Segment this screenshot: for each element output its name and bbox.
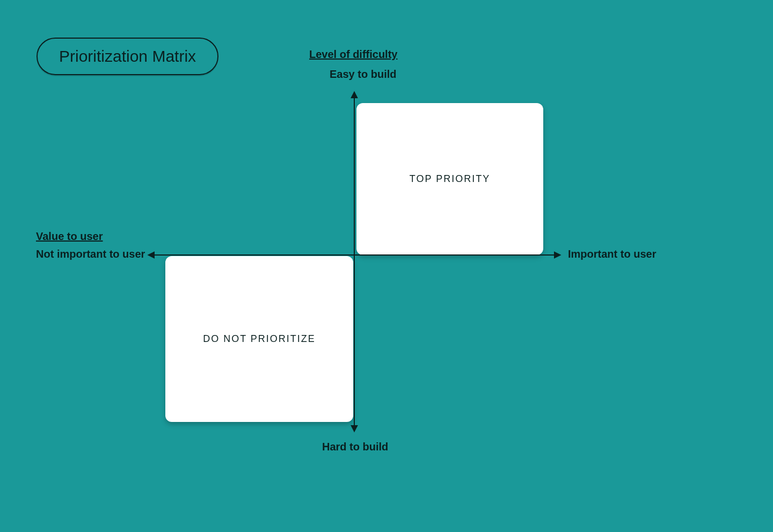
y-axis-bottom-label: Hard to build — [322, 441, 388, 453]
y-axis-top-label: Easy to build — [330, 68, 396, 81]
prioritization-diagram: TOP PRIORITY DO NOT PRIORITIZE Level of … — [0, 0, 773, 532]
x-axis-right-label: Important to user — [568, 248, 656, 260]
x-axis-left-label: Not important to user — [36, 248, 145, 260]
x-axis-title: Value to user — [36, 230, 103, 243]
y-axis-title: Level of difficulty — [309, 48, 397, 61]
